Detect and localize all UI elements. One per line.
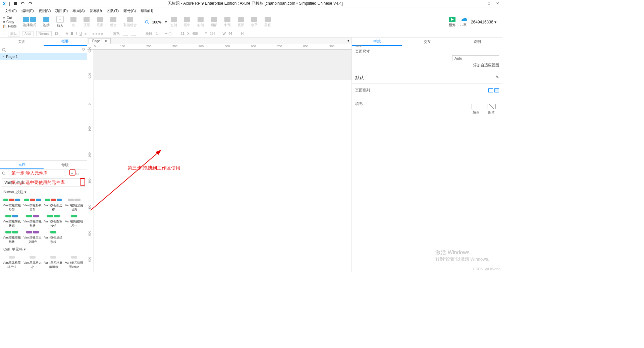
tab-notes[interactable]: 说明 <box>452 38 502 46</box>
italic-icon[interactable]: I <box>76 32 77 36</box>
tab-widgets[interactable]: 元件 <box>0 161 44 169</box>
align-center-tool: 居中 <box>184 17 191 27</box>
search-icon[interactable] <box>2 171 6 176</box>
y-input[interactable] <box>210 32 220 36</box>
page-size-select[interactable]: Auto <box>452 55 499 61</box>
fill-image-swatch[interactable] <box>487 104 496 109</box>
section-cell[interactable]: Cell_单元格 ▾ <box>0 246 87 253</box>
widget-item[interactable]: Vant按钮自定义颜色 <box>22 229 43 244</box>
menu-file[interactable]: 文件(F) <box>5 8 17 13</box>
search-icon[interactable] <box>2 48 6 52</box>
widget-item[interactable]: Vant按钮按钮类型 <box>1 197 22 212</box>
fontsize-input[interactable] <box>54 32 63 36</box>
font-select[interactable]: Arial <box>22 31 34 36</box>
page-arrange-label: 页面排列 <box>355 88 370 93</box>
canvas-tab-page1[interactable]: Page 1 × <box>89 38 111 44</box>
menu-arrange[interactable]: 布局(A) <box>72 8 85 13</box>
insert-tool[interactable]: + 插入 <box>56 16 64 28</box>
widget-item[interactable]: Vant按钮加载状态 <box>1 213 22 228</box>
weight-select[interactable]: Normal <box>36 31 52 36</box>
widget-item[interactable]: Vant单元格基础用法 <box>1 255 22 269</box>
svg-line-7 <box>5 174 6 175</box>
zoom-input[interactable] <box>150 20 164 24</box>
svg-point-1 <box>145 20 148 23</box>
close-tab-icon[interactable]: × <box>105 39 107 43</box>
minimize-icon[interactable]: — <box>478 1 482 6</box>
line-width-input[interactable] <box>156 32 163 36</box>
cut-button[interactable]: ✂ Cut <box>3 16 17 20</box>
tab-masters[interactable]: 母版 <box>44 161 87 169</box>
folder-icon[interactable]: ▭ <box>76 171 79 176</box>
widget-item[interactable]: Vant按钮按钮形状 <box>22 213 43 228</box>
widget-item[interactable]: Vant单元格大小 <box>22 255 43 269</box>
widget-item[interactable]: Vant按钮块级形状 <box>43 229 64 244</box>
w-input[interactable] <box>228 32 238 36</box>
tab-pages[interactable]: 页面 <box>0 38 44 46</box>
widget-item[interactable]: Vant按钮细边框 <box>43 197 64 212</box>
x-input[interactable] <box>192 32 202 36</box>
select-mode-tool[interactable]: 选择模式 <box>23 17 36 27</box>
copy-button[interactable]: ⧉ Copy <box>3 20 17 24</box>
line-label: 线段: <box>146 31 153 36</box>
connect-tool[interactable]: 连接 <box>43 17 50 27</box>
undo-icon[interactable] <box>21 2 25 6</box>
fill-label: 填充: <box>113 31 120 36</box>
widget-item[interactable]: Vant单元格展示图标 <box>43 255 64 269</box>
maximize-icon[interactable]: □ <box>488 1 490 6</box>
widget-item[interactable]: Vant单元格设置value <box>64 255 85 269</box>
edit-style-icon[interactable]: ✎ <box>495 75 499 81</box>
annotation-step3: 第三步:拖拽到工作区使用 <box>127 165 180 171</box>
more-icon[interactable]: ⋮ <box>81 171 85 176</box>
widget-item[interactable]: Vant按钮图标按钮 <box>43 213 64 228</box>
widget-item[interactable]: Vant按钮按钮形状 <box>1 229 22 244</box>
bullets-icon[interactable]: ≡ <box>85 32 87 36</box>
ruler-horizontal: 01002003004005006007008009001000 <box>87 44 352 50</box>
style-select[interactable]: 默认 <box>8 31 19 37</box>
widget-item[interactable]: Vant按钮朴素类型 <box>22 197 43 212</box>
tab-outline[interactable]: 概要 <box>44 38 87 46</box>
menu-edit[interactable]: 编辑(E) <box>21 8 34 13</box>
menu-project[interactable]: 项目(P) <box>55 8 68 13</box>
text-color-icon[interactable]: A <box>66 32 68 36</box>
tabs-dropdown-icon[interactable]: ▾ <box>345 39 352 43</box>
fill-color-swatch[interactable] <box>123 32 128 36</box>
paste-button[interactable]: 📋 Paste <box>3 24 17 28</box>
window-title: 无标题 - Axure RP 9 Enterprise Edition : Ax… <box>32 1 478 6</box>
close-icon[interactable]: ✕ <box>496 1 499 6</box>
pages-search-input[interactable] <box>6 48 82 52</box>
annotation-box-step1 <box>69 169 75 176</box>
widget-item[interactable]: Vant按钮按钮尺寸 <box>64 213 85 228</box>
underline-icon[interactable]: U <box>79 32 82 36</box>
account-id[interactable]: 2649416836 ▾ <box>471 20 496 24</box>
adaptive-link[interactable]: 添加自适应视图 <box>473 63 499 68</box>
menu-view[interactable]: 视图(V) <box>39 8 51 13</box>
widget-item[interactable]: Vant按钮禁用状态 <box>64 197 85 212</box>
svg-line-8 <box>91 150 161 210</box>
fill-image-swatch[interactable] <box>131 32 136 36</box>
group-tool: 组合 <box>110 17 117 27</box>
align-left-icon[interactable] <box>488 88 493 92</box>
menu-publish[interactable]: 发布(U) <box>90 8 102 13</box>
page-item-page1[interactable]: ▫ Page 1 <box>0 53 87 60</box>
filter-icon[interactable]: ▽ <box>82 48 85 52</box>
h-input[interactable] <box>246 32 256 36</box>
annotation-step2: 第二步:选中要使用的元件库 <box>11 180 65 186</box>
menu-account[interactable]: 账号(C) <box>123 8 136 13</box>
share-button[interactable]: 共享 <box>460 17 467 27</box>
fill-color-swatch[interactable] <box>472 104 480 109</box>
dist-v-tool: 垂直 <box>264 17 271 27</box>
svg-line-2 <box>148 23 149 24</box>
save-icon[interactable] <box>13 2 17 6</box>
tab-interact[interactable]: 交互 <box>402 38 452 46</box>
align-center-icon[interactable] <box>494 88 499 92</box>
menu-help[interactable]: 帮助(H) <box>141 8 153 13</box>
titlebar: X | 无标题 - Axure RP 9 Enterprise Edition … <box>0 0 502 7</box>
library-select[interactable]: Vant元件库 第二步:选中要使用的元件库 <box>2 179 85 187</box>
top-tool: 顶层 <box>83 17 90 27</box>
preview-button[interactable]: 预览 <box>449 17 455 27</box>
section-button[interactable]: Button_按钮 ▾ <box>0 188 87 196</box>
menu-team[interactable]: 团队(T) <box>107 8 119 13</box>
zoom-control[interactable]: ▾ <box>145 20 167 24</box>
bold-icon[interactable]: B <box>71 32 73 36</box>
redo-icon[interactable] <box>28 2 32 6</box>
